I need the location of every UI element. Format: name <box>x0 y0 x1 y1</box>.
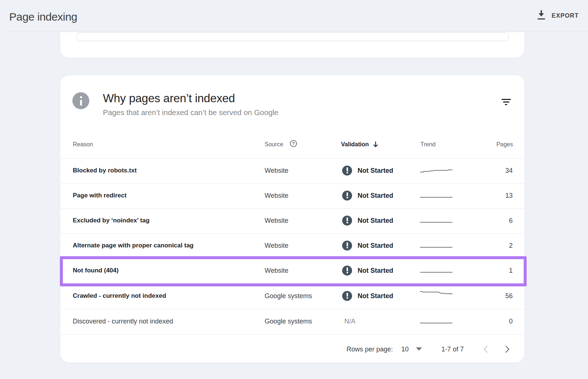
svg-text:?: ? <box>292 141 295 146</box>
